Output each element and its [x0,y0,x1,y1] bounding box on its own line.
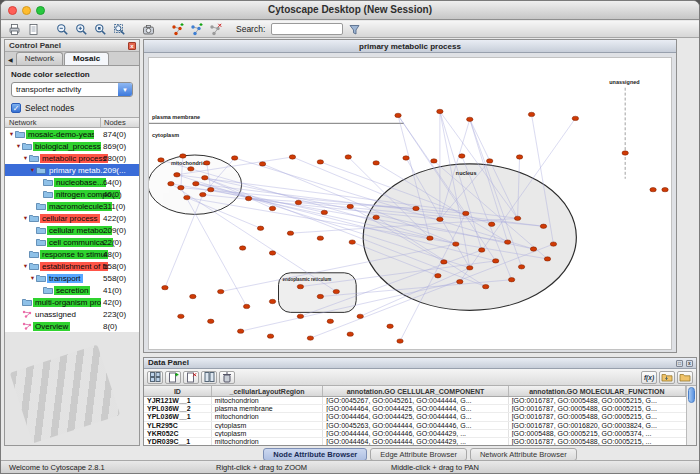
tree-row[interactable]: response to stimul...48(0) [5,248,139,260]
expander-icon[interactable]: ▼ [22,215,29,221]
table-row[interactable]: YPL036W__2plasma membrane[GO:0044464, GO… [144,405,686,413]
network-node[interactable] [347,204,353,208]
delete-attribute-button[interactable] [183,371,199,384]
table-row[interactable]: YLR295Ccytoplasm[GO:0045263, GO:0044444,… [144,422,686,430]
network-node[interactable] [437,109,443,113]
filter-button[interactable] [346,22,362,37]
network-node[interactable] [259,162,265,166]
network-node[interactable] [204,161,210,165]
tab-scroll-left-icon[interactable]: ◀ [8,56,13,63]
table-row[interactable]: YPL036W__1mitochondrion[GO:0044464, GO:0… [144,413,686,421]
network-node[interactable] [287,231,293,235]
open-attributes-button[interactable] [677,371,693,384]
snapshot-button[interactable] [140,22,156,37]
network-node[interactable] [483,284,489,288]
network-node[interactable] [544,257,550,261]
network-node[interactable] [572,116,578,120]
tree-row[interactable]: Overview8(0) [5,320,139,332]
table-row[interactable]: YKR052Ccytoplasm[GO:0044444, GO:0044446,… [144,430,686,438]
network-node[interactable] [431,159,437,163]
tree-row[interactable]: cellular metabo...209(0) [5,224,139,236]
tree-row[interactable]: unassigned223(0) [5,308,139,320]
network-node[interactable] [208,319,214,323]
network-node[interactable] [528,112,534,116]
network-node[interactable] [193,182,199,186]
expander-icon[interactable]: ▼ [22,263,29,269]
network-node[interactable] [174,173,180,177]
network-node[interactable] [162,285,168,289]
tree-row[interactable]: cell communica...22(0) [5,236,139,248]
network-node[interactable] [202,176,208,180]
network-node[interactable] [516,155,522,159]
network-node[interactable] [662,187,668,191]
network-node[interactable] [180,154,186,158]
network-node[interactable] [395,113,401,117]
network-node[interactable] [158,158,164,162]
tree-row[interactable]: ▼biological_process869(0) [5,140,139,152]
tree-row[interactable]: ▼metabolic process280(0) [5,152,139,164]
network-node[interactable] [237,329,243,333]
tree-row[interactable]: multi-organism pro...42(0) [5,296,139,308]
expander-icon[interactable]: ▼ [8,131,15,137]
table-row[interactable]: YJR121W__1mitochondrion[GO:0045267, GO:0… [144,397,686,405]
tree-row[interactable]: ▼mosaic-demo-yeast874(0) [5,128,139,140]
expander-icon[interactable]: ▼ [15,143,22,149]
network-node[interactable] [269,251,275,255]
network-node[interactable] [333,289,339,293]
network-node[interactable] [178,314,184,318]
network-node[interactable] [231,156,237,160]
create-view-button[interactable] [188,22,204,37]
create-network-button[interactable] [169,22,185,37]
panel-float-icon[interactable]: □ [676,360,683,367]
panel-close-icon[interactable]: x [128,42,136,50]
network-node[interactable] [245,196,251,200]
network-node[interactable] [297,284,303,288]
network-node[interactable] [435,274,441,278]
network-node[interactable] [373,161,379,165]
network-node[interactable] [327,319,333,323]
search-input[interactable] [271,23,343,35]
column-header[interactable]: annotation.GO MOLECULAR_FUNCTION [509,386,686,396]
network-node[interactable] [550,242,556,246]
node-color-dropdown[interactable]: transporter activity ▼ [11,82,133,97]
network-node[interactable] [200,192,206,196]
network-node[interactable] [504,240,510,244]
select-attributes-button[interactable] [147,371,163,384]
create-attribute-button[interactable] [165,371,181,384]
network-node[interactable] [373,215,379,219]
network-node[interactable] [413,206,419,210]
tree-row[interactable]: secretion41(0) [5,284,139,296]
network-node[interactable] [453,242,459,246]
tree-row[interactable]: ▼primary metab...209(... [5,164,139,176]
network-node[interactable] [218,289,224,293]
tree-row[interactable]: ▼establishment of lo...558(0) [5,260,139,272]
network-node[interactable] [317,236,323,240]
tab-mosaic[interactable]: Mosaic [64,52,109,65]
tab-network[interactable]: Network [16,52,63,65]
network-node[interactable] [317,294,323,298]
column-header[interactable]: _cellularLayoutRegion [212,386,324,396]
print-button[interactable] [6,22,22,37]
tree-row[interactable]: nucleobase...64(0) [5,176,139,188]
column-header[interactable]: ID [144,386,212,396]
network-canvas[interactable]: plasma membranecytoplasmmitochondrionnuc… [148,57,672,350]
network-node[interactable] [307,336,313,340]
annotation-button[interactable] [207,22,223,37]
network-node[interactable] [190,294,196,298]
formula-button[interactable]: f(x) [641,371,657,384]
network-node[interactable] [514,216,520,220]
network-node[interactable] [357,314,363,318]
network-node[interactable] [269,206,275,210]
network-node[interactable] [488,222,494,226]
select-nodes-checkbox[interactable]: ✓ [11,103,21,113]
panel-close-icon[interactable]: x [686,360,693,367]
tree-row[interactable]: ▼cellular process422(0) [5,212,139,224]
network-node[interactable] [269,299,275,303]
export-button[interactable] [25,22,41,37]
tree-row[interactable]: nitrogen compo...40(0) [5,188,139,200]
network-node[interactable] [297,314,303,318]
zoom-selected-button[interactable] [92,22,108,37]
network-node[interactable] [508,278,514,282]
zoom-fit-button[interactable] [111,22,127,37]
network-node[interactable] [349,240,355,244]
